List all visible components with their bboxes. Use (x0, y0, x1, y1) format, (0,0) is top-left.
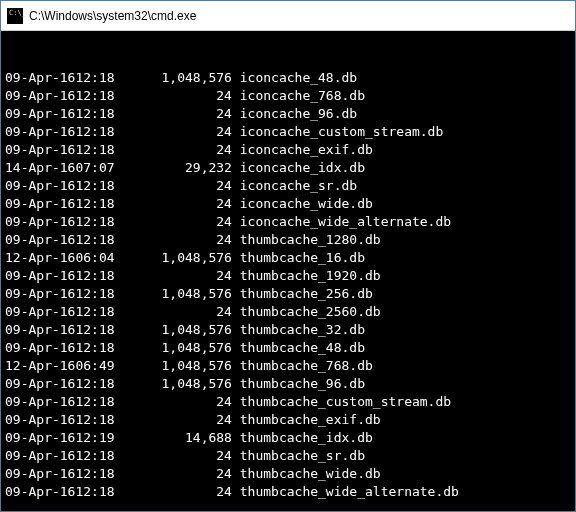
file-row: 09-Apr-1612:1914,688thumbcache_idx.db (5, 429, 571, 447)
file-row: 09-Apr-1612:1824thumbcache_wide_alternat… (5, 483, 571, 501)
file-row: 09-Apr-1612:1824iconcache_exif.db (5, 141, 571, 159)
cmd-window: C:\Windows\system32\cmd.exe 09-Apr-1612:… (0, 0, 576, 512)
file-row: 09-Apr-1612:1824iconcache_wide.db (5, 195, 571, 213)
file-row: 09-Apr-1612:1824thumbcache_sr.db (5, 447, 571, 465)
file-row: 09-Apr-1612:181,048,576iconcache_48.db (5, 69, 571, 87)
file-row: 09-Apr-1612:1824thumbcache_exif.db (5, 411, 571, 429)
file-row: 09-Apr-1612:181,048,576thumbcache_32.db (5, 321, 571, 339)
console-output[interactable]: 09-Apr-1612:181,048,576iconcache_48.db09… (1, 31, 575, 511)
file-row: 12-Apr-1606:041,048,576thumbcache_16.db (5, 249, 571, 267)
file-row: 09-Apr-1612:181,048,576thumbcache_256.db (5, 285, 571, 303)
window-title: C:\Windows\system32\cmd.exe (29, 9, 196, 23)
titlebar[interactable]: C:\Windows\system32\cmd.exe (1, 1, 575, 31)
file-row: 09-Apr-1612:1824iconcache_sr.db (5, 177, 571, 195)
cmd-icon (7, 8, 23, 24)
file-listing: 09-Apr-1612:181,048,576iconcache_48.db09… (5, 69, 571, 501)
file-row: 09-Apr-1612:1824thumbcache_1920.db (5, 267, 571, 285)
file-row: 09-Apr-1612:1824iconcache_custom_stream.… (5, 123, 571, 141)
file-row: 09-Apr-1612:1824iconcache_96.db (5, 105, 571, 123)
file-row: 09-Apr-1612:1824thumbcache_wide.db (5, 465, 571, 483)
file-row: 14-Apr-1607:0729,232iconcache_idx.db (5, 159, 571, 177)
file-row: 09-Apr-1612:1824thumbcache_custom_stream… (5, 393, 571, 411)
file-row: 12-Apr-1606:491,048,576thumbcache_768.db (5, 357, 571, 375)
file-row: 09-Apr-1612:1824thumbcache_1280.db (5, 231, 571, 249)
file-row: 09-Apr-1612:1824thumbcache_2560.db (5, 303, 571, 321)
file-row: 09-Apr-1612:1824iconcache_768.db (5, 87, 571, 105)
file-row: 09-Apr-1612:181,048,576thumbcache_48.db (5, 339, 571, 357)
file-row: 09-Apr-1612:181,048,576thumbcache_96.db (5, 375, 571, 393)
file-row: 09-Apr-1612:1824iconcache_wide_alternate… (5, 213, 571, 231)
